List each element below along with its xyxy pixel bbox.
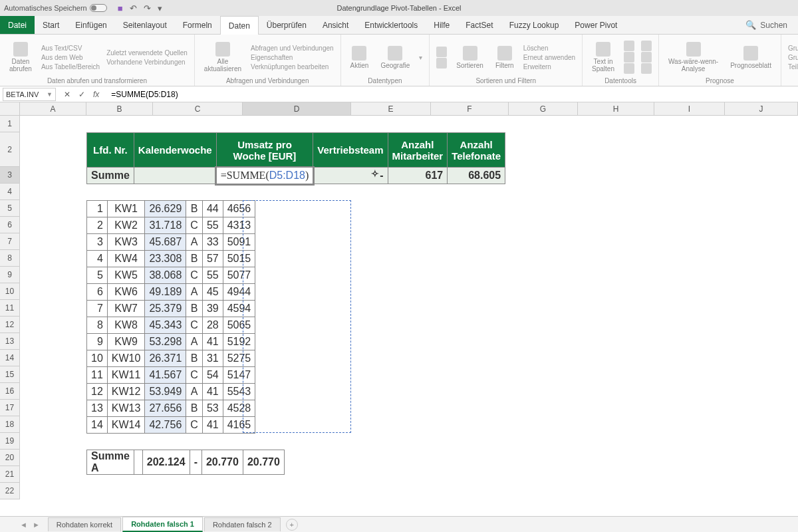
- sort-button[interactable]: Sortieren: [454, 46, 486, 69]
- row-header-2[interactable]: 2: [0, 132, 20, 167]
- fx-icon[interactable]: fx: [93, 90, 99, 99]
- existing-connections[interactable]: Vorhandene Verbindungen: [106, 58, 188, 66]
- cell-r17-cD[interactable]: 27.656: [145, 400, 186, 417]
- reapply-filter[interactable]: Erneut anwenden: [523, 53, 575, 62]
- get-data-button[interactable]: Daten abrufen: [7, 42, 35, 72]
- sheet-nav[interactable]: ◄►: [20, 521, 40, 529]
- header-e[interactable]: Vertriebsteam: [313, 133, 388, 168]
- cell-r13-cE[interactable]: A: [186, 334, 203, 350]
- cell-r16-cG[interactable]: 5543: [223, 384, 255, 400]
- tab-fuzzy[interactable]: Fuzzy Lookup: [501, 16, 567, 34]
- cell-r18-cC[interactable]: KW14: [107, 417, 145, 434]
- cell-r11-cD[interactable]: 25.379: [145, 301, 186, 317]
- cell-r6-cC[interactable]: KW2: [107, 217, 145, 234]
- flashfill-icon[interactable]: [624, 41, 634, 51]
- cell-r14-cD[interactable]: 26.371: [145, 350, 186, 367]
- row-header-11[interactable]: 11: [0, 300, 20, 317]
- col-header-F[interactable]: F: [431, 102, 509, 116]
- subtotal-button[interactable]: Teilergebnis: [788, 63, 798, 71]
- row-header-20[interactable]: 20: [0, 450, 20, 466]
- cell-r5-cF[interactable]: 44: [202, 201, 223, 217]
- column-headers[interactable]: ABCDEFGHIJ: [20, 102, 798, 116]
- row-header-8[interactable]: 8: [0, 250, 20, 267]
- cell-r10-cD[interactable]: 49.189: [145, 284, 186, 301]
- summea-D[interactable]: 202.124: [142, 450, 190, 475]
- col-header-A[interactable]: A: [20, 102, 86, 116]
- cell-r8-cF[interactable]: 57: [202, 251, 223, 267]
- refresh-all-button[interactable]: Alle aktualisieren: [201, 42, 244, 72]
- ungroup-button[interactable]: Gruppierung aufheben: [788, 53, 798, 62]
- col-header-G[interactable]: G: [509, 102, 578, 116]
- from-web[interactable]: Aus dem Web: [41, 53, 100, 62]
- redo-icon[interactable]: ↷: [144, 3, 151, 13]
- cell-r7-cF[interactable]: 33: [202, 234, 223, 251]
- cell-r5-cD[interactable]: 26.629: [145, 201, 186, 217]
- col-header-J[interactable]: J: [725, 102, 798, 116]
- row-header-10[interactable]: 10: [0, 283, 20, 300]
- tell-me-search[interactable]: 🔍 Suchen: [745, 16, 798, 34]
- cell-r13-cG[interactable]: 5192: [223, 334, 255, 350]
- cell-r18-cB[interactable]: 14: [87, 417, 108, 434]
- select-all-triangle[interactable]: [0, 102, 20, 116]
- summea-F[interactable]: 20.770: [201, 450, 243, 475]
- col-header-C[interactable]: C: [153, 102, 243, 116]
- cell-r15-cE[interactable]: C: [186, 367, 203, 384]
- tab-home[interactable]: Start: [35, 16, 67, 34]
- data-val-icon[interactable]: [624, 63, 634, 74]
- sheet-tab-1[interactable]: Rohdaten korrekt: [48, 517, 121, 531]
- summe-f[interactable]: 617: [388, 168, 448, 184]
- header-c[interactable]: Kalenderwoche: [134, 133, 216, 168]
- cell-r8-cE[interactable]: B: [186, 251, 203, 267]
- whatif-button[interactable]: Was-wäre-wenn- Analyse: [666, 42, 721, 72]
- col-header-E[interactable]: E: [351, 102, 431, 116]
- cell-r5-cC[interactable]: KW1: [107, 201, 145, 217]
- cell-r9-cF[interactable]: 55: [202, 267, 223, 284]
- forecast-sheet-button[interactable]: Prognoseblatt: [728, 46, 774, 69]
- row-header-9[interactable]: 9: [0, 267, 20, 283]
- cell-r10-cF[interactable]: 45: [202, 284, 223, 301]
- row-header-17[interactable]: 17: [0, 400, 20, 416]
- cell-r9-cG[interactable]: 5077: [223, 267, 255, 284]
- row-header-7[interactable]: 7: [0, 233, 20, 250]
- geography-button[interactable]: Geografie: [378, 46, 412, 69]
- summea-B[interactable]: Summe A: [87, 450, 134, 475]
- col-header-I[interactable]: I: [654, 102, 725, 116]
- clear-filter[interactable]: Löschen: [523, 44, 575, 53]
- properties[interactable]: Eigenschaften: [251, 53, 334, 62]
- cell-r9-cC[interactable]: KW5: [107, 267, 145, 284]
- tab-view[interactable]: Ansicht: [315, 16, 356, 34]
- prev-sheet-icon[interactable]: ◄: [20, 521, 27, 529]
- cell-r6-cE[interactable]: C: [186, 217, 203, 234]
- cell-r6-cG[interactable]: 4313: [223, 217, 255, 234]
- tab-factset[interactable]: FactSet: [458, 16, 501, 34]
- row-header-13[interactable]: 13: [0, 333, 20, 350]
- cell-r8-cD[interactable]: 23.308: [145, 251, 186, 267]
- summea-E[interactable]: -: [190, 450, 201, 475]
- cell-r5-cE[interactable]: B: [186, 201, 203, 217]
- cell-r5-cG[interactable]: 4656: [223, 201, 255, 217]
- cell-r7-cE[interactable]: A: [186, 234, 203, 251]
- summe-label[interactable]: Summe: [87, 168, 134, 184]
- remove-dup-icon[interactable]: [624, 52, 634, 63]
- cell-r11-cC[interactable]: KW7: [107, 301, 145, 317]
- consolidate-icon[interactable]: [641, 41, 652, 51]
- spreadsheet-grid[interactable]: ABCDEFGHIJ 12345678910111213141516171819…: [0, 102, 798, 515]
- cell-r10-cB[interactable]: 6: [87, 284, 108, 301]
- cell-r12-cB[interactable]: 8: [87, 317, 108, 334]
- cell-r16-cD[interactable]: 53.949: [145, 384, 186, 400]
- accept-formula-icon[interactable]: ✓: [78, 90, 85, 99]
- cell-r13-cD[interactable]: 53.298: [145, 334, 186, 350]
- name-box[interactable]: BETA.INV ▼: [3, 88, 56, 101]
- next-sheet-icon[interactable]: ►: [33, 521, 40, 529]
- cell-r8-cB[interactable]: 4: [87, 251, 108, 267]
- cell-r18-cF[interactable]: 41: [202, 417, 223, 434]
- toggle-icon[interactable]: [90, 4, 107, 12]
- relationships-icon[interactable]: [641, 52, 652, 63]
- summe-d-edit[interactable]: =SUMME(D5:D18): [216, 168, 313, 184]
- col-header-B[interactable]: B: [86, 102, 153, 116]
- datatypes-more-icon[interactable]: ▾: [419, 54, 422, 61]
- cell-r9-cD[interactable]: 38.068: [145, 267, 186, 284]
- filter-button[interactable]: Filtern: [493, 46, 517, 69]
- cell-r17-cE[interactable]: B: [186, 400, 203, 417]
- cell-r12-cF[interactable]: 28: [202, 317, 223, 334]
